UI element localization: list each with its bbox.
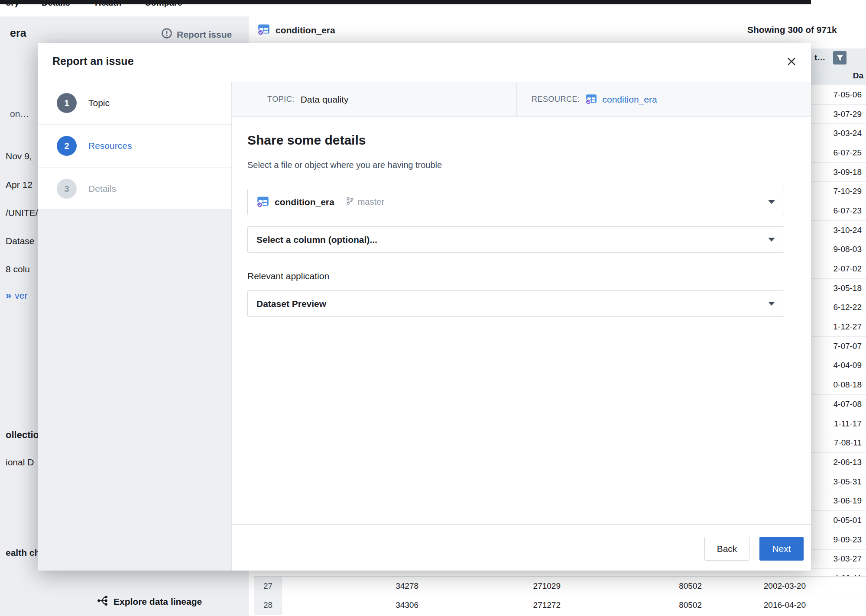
sidebar-filler [38, 209, 231, 571]
sidebar-section-fragment: ealth ch [6, 548, 40, 558]
topic-value: Data quality [301, 94, 349, 105]
sidebar-text-fragment: on… [10, 109, 29, 119]
step-label: Resources [88, 141, 132, 151]
step-label: Details [88, 184, 116, 194]
table-right-strip: t… Da 7-05-06 3-07-29 3-03-24 6-07-25 3-… [811, 48, 866, 588]
next-column-fragment: Da [853, 71, 863, 81]
close-icon[interactable] [783, 53, 800, 70]
next-button[interactable]: Next [759, 537, 804, 561]
chevrons-icon: » [6, 290, 11, 301]
table-row: 28 34306 271272 80502 2016-04-20 [254, 596, 866, 616]
table-date-cell: 2-07-02 [811, 259, 866, 279]
branch-indicator: master [346, 197, 384, 207]
report-issue-dialog: Report an issue 1 Topic 2 Resources 3 De… [38, 43, 811, 571]
column-dropdown[interactable]: Select a column (optional)... [247, 226, 784, 253]
resource-dropdown[interactable]: condition_era master [247, 189, 784, 215]
table-date-cell: 6-07-23 [811, 201, 866, 221]
column-dropdown-placeholder: Select a column (optional)... [256, 235, 377, 245]
table-cell: 80502 [568, 577, 709, 596]
sidebar-columns-fragment: 8 colu [6, 264, 30, 274]
resource-link[interactable]: condition_era [603, 94, 657, 105]
lineage-icon [97, 595, 108, 609]
selection-summary-bar: TOPIC: Data quality RESOURCE: condition_… [232, 82, 811, 117]
table-date-cell: 3-07-29 [811, 105, 866, 124]
table-date-cell: 0-08-18 [811, 375, 866, 395]
step-label: Topic [88, 98, 110, 108]
top-black-bar [0, 0, 811, 4]
column-filter-button[interactable] [833, 51, 847, 65]
dialog-content: TOPIC: Data quality RESOURCE: condition_… [232, 82, 811, 571]
sidebar-text-fragment: Datase [6, 236, 35, 246]
table-date-cell: 3-06-19 [811, 491, 866, 511]
report-issue-button[interactable]: Report issue [161, 28, 232, 41]
step-resources[interactable]: 2 Resources [38, 125, 231, 168]
table-cell: 80502 [568, 596, 709, 615]
resource-label: RESOURCE: [532, 95, 580, 104]
row-count-status: Showing 300 of 971k [747, 25, 837, 35]
table-date-cell: 3-09-18 [811, 163, 866, 182]
topic-summary: TOPIC: Data quality [232, 82, 516, 116]
table-date-cell: 6-12-22 [811, 298, 866, 318]
table-cell: 34278 [282, 577, 425, 596]
table-date-cell: 4-04-09 [811, 356, 866, 376]
screen: ory Details Health Compare era Report is… [0, 0, 866, 616]
table-cell-empty [813, 577, 866, 596]
table-date-cell: 3-10-24 [811, 221, 866, 240]
table-date-cell: 1-11-17 [811, 414, 866, 434]
application-dropdown-value: Dataset Preview [256, 299, 326, 309]
table-cell: 2002-03-20 [709, 577, 813, 596]
table-date-cell: 3-03-27 [811, 550, 866, 569]
dialog-steps-sidebar: 1 Topic 2 Resources 3 Details [38, 82, 232, 571]
dataset-title-fragment: era [10, 27, 26, 39]
dataset-icon [256, 195, 269, 210]
step-details[interactable]: 3 Details [38, 168, 231, 210]
step-number-badge: 2 [57, 136, 77, 156]
table-date-cell: 7-05-06 [811, 85, 866, 105]
chevron-down-icon [768, 302, 775, 306]
dataset-icon [585, 93, 597, 106]
report-issue-label: Report issue [177, 29, 232, 40]
sidebar-date-fragment: Apr 12 [6, 180, 32, 190]
table-date-cell: 7-08-11 [811, 433, 866, 453]
table-cell-empty [813, 596, 866, 615]
dialog-footer: Back Next [232, 524, 811, 571]
chevron-down-icon [768, 238, 775, 242]
table-date-cell: 7-07-07 [811, 337, 866, 356]
table-cell: 271272 [425, 596, 568, 615]
sidebar-path-fragment: /UNITE/ [6, 208, 38, 218]
table-row: 27 34278 271029 80502 2002-03-20 [254, 577, 866, 596]
row-index-cell: 28 [254, 596, 282, 615]
branch-name: master [358, 197, 384, 207]
version-link-label: ver [15, 290, 27, 301]
version-link[interactable]: » ver [6, 290, 28, 301]
dataset-icon [257, 23, 270, 38]
sidebar-text-fragment: ional D [6, 457, 34, 468]
table-cell: 34306 [282, 596, 425, 615]
dialog-title: Report an issue [52, 55, 134, 68]
application-label: Relevant application [247, 271, 329, 281]
resource-summary: RESOURCE: condition_era [516, 82, 811, 116]
step-topic[interactable]: 1 Topic [38, 82, 231, 125]
preview-tab-condition-era[interactable]: condition_era [257, 23, 335, 38]
table-bottom-rows: 27 34278 271029 80502 2002-03-20 28 3430… [254, 576, 866, 615]
explore-data-lineage-button[interactable]: Explore data lineage [97, 595, 202, 609]
funnel-icon [836, 54, 844, 62]
table-date-cell: 3-05-31 [811, 472, 866, 492]
step-number-badge: 3 [57, 179, 77, 199]
back-button[interactable]: Back [704, 537, 749, 561]
preview-tab-label: condition_era [276, 25, 335, 35]
table-cell: 271029 [425, 577, 568, 596]
table-date-cell: 6-07-25 [811, 143, 866, 163]
table-column-header: t… Da [811, 48, 866, 85]
table-date-cell: 4-07-08 [811, 395, 866, 414]
section-heading: Share some details [247, 133, 366, 148]
issue-icon [161, 28, 172, 41]
table-date-cell: 1-12-27 [811, 317, 866, 337]
sidebar-section-fragment: ollectio [6, 429, 39, 441]
chevron-down-icon [768, 200, 775, 204]
resource-dropdown-value: condition_era [275, 197, 334, 207]
table-date-cell: 3-03-24 [811, 124, 866, 143]
application-dropdown[interactable]: Dataset Preview [247, 290, 784, 317]
table-date-cell: 9-09-23 [811, 530, 866, 550]
row-index-cell: 27 [254, 577, 282, 596]
